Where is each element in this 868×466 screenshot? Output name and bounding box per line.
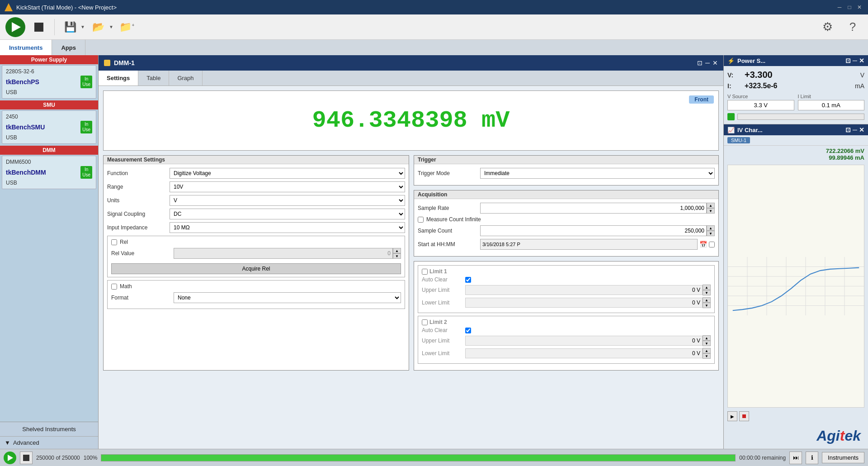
limit2-lower-input[interactable]: [465, 348, 703, 358]
limit2-section: Limit 2 Auto Clear Upper Limit: [418, 316, 715, 364]
signal-coupling-select[interactable]: DC AC: [170, 209, 405, 219]
iv-close-icon[interactable]: ✕: [859, 126, 864, 133]
limit1-lower-up[interactable]: ▲: [703, 297, 711, 303]
iv-panel-icons: ⊡ ─ ✕: [845, 126, 864, 133]
start-at-enable-checkbox[interactable]: [709, 242, 715, 247]
rel-value-input[interactable]: [174, 248, 393, 259]
sample-count-down[interactable]: ▼: [707, 231, 715, 236]
function-select[interactable]: Digitize Voltage Digitize Current DC Vol…: [170, 168, 405, 179]
sample-count-up[interactable]: ▲: [707, 225, 715, 231]
input-impedance-row: Input Impedance 10 MΩ Auto: [107, 222, 405, 233]
iv-stop-icon: [742, 414, 746, 418]
measurement-value: 946.3348398 mV: [111, 98, 711, 143]
status-info-button[interactable]: ℹ: [806, 452, 818, 464]
settings-button[interactable]: ⚙: [817, 17, 837, 37]
iv-play-button[interactable]: ▶: [727, 411, 737, 421]
sample-rate-input[interactable]: [480, 203, 707, 214]
save-dropdown-arrow[interactable]: ▼: [80, 24, 85, 29]
tab-graph[interactable]: Graph: [169, 71, 202, 86]
limit2-upper-input[interactable]: [465, 336, 703, 346]
tab-settings[interactable]: Settings: [99, 71, 138, 86]
range-select[interactable]: 10V 100V 1000V Auto: [170, 181, 405, 192]
sample-rate-up[interactable]: ▲: [707, 203, 715, 208]
limit2-enable-checkbox[interactable]: [422, 319, 428, 325]
minimize-panel-icon[interactable]: ─: [705, 59, 710, 67]
limit1-autoclear-checkbox[interactable]: [465, 277, 471, 283]
save-group: 💾 ▼: [60, 17, 85, 37]
limit2-lower-up[interactable]: ▲: [703, 348, 711, 353]
dmm-in-use-badge: InUse: [80, 166, 92, 179]
shelved-instruments-button[interactable]: Shelved Instruments: [0, 422, 98, 436]
math-checkbox[interactable]: [111, 284, 117, 290]
iv-expand-icon[interactable]: ⊡: [845, 126, 851, 133]
dmm-card[interactable]: DMM6500 tkBenchDMM InUse USB: [2, 156, 96, 189]
limit1-upper-down[interactable]: ▼: [703, 290, 711, 295]
limit1-lower-down[interactable]: ▼: [703, 303, 711, 308]
i-limit-input[interactable]: [798, 100, 865, 110]
signal-coupling-row: Signal Coupling DC AC: [107, 209, 405, 219]
math-section: Math Format None Mean Min/Max: [107, 280, 405, 309]
rel-value-up[interactable]: ▲: [393, 248, 401, 253]
status-play-button[interactable]: [4, 452, 16, 464]
sample-count-input[interactable]: [480, 225, 707, 236]
ps-name-row: tkBenchPS InUse: [6, 76, 92, 88]
tab-table[interactable]: Table: [138, 71, 169, 86]
open-button[interactable]: 📂: [89, 17, 108, 37]
iv-stop-button[interactable]: [739, 411, 749, 421]
start-at-input[interactable]: [480, 239, 698, 250]
maximize-button[interactable]: □: [845, 3, 854, 11]
measure-count-infinite-checkbox[interactable]: [418, 217, 424, 223]
stop-button[interactable]: [29, 17, 49, 37]
iv-icon: 📈: [727, 127, 735, 133]
status-stop-button[interactable]: [20, 452, 33, 464]
sample-rate-down[interactable]: ▼: [707, 208, 715, 214]
save-button[interactable]: 💾: [60, 17, 80, 37]
instruments-panel-button[interactable]: Instruments: [822, 452, 864, 463]
tab-instruments[interactable]: Instruments: [0, 40, 52, 55]
expand-icon[interactable]: ⊡: [697, 59, 703, 67]
calendar-icon[interactable]: 📅: [699, 241, 707, 248]
acquire-rel-button[interactable]: Acquire Rel: [111, 263, 401, 274]
dmm-tabs: Settings Table Graph: [99, 71, 723, 86]
trigger-mode-select[interactable]: Immediate External Bus: [480, 168, 715, 179]
window-controls: ─ □ ✕: [835, 3, 863, 11]
format-select[interactable]: None Mean Min/Max: [174, 292, 401, 303]
title-bar: KickStart (Trial Mode) - <New Project> ─…: [0, 0, 868, 14]
iv-chart-svg: [728, 165, 864, 407]
limit1-upper-row: Upper Limit ▲ ▼: [422, 285, 711, 295]
limit2-autoclear-checkbox[interactable]: [465, 328, 471, 333]
ps-expand-icon[interactable]: ⊡: [845, 57, 851, 64]
iv-minimize-icon[interactable]: ─: [853, 126, 857, 133]
rel-value-down[interactable]: ▼: [393, 253, 401, 259]
units-select[interactable]: V mV: [170, 195, 405, 206]
rel-checkbox[interactable]: [111, 239, 117, 245]
close-panel-icon[interactable]: ✕: [712, 59, 718, 67]
limit1-lower-input[interactable]: [465, 298, 703, 308]
limit2-upper-down[interactable]: ▼: [703, 341, 711, 346]
ps-minimize-icon[interactable]: ─: [853, 57, 857, 64]
main-layout: Power Supply 2280S-32-6 tkBenchPS InUse …: [0, 55, 868, 449]
smu-header: SMU: [0, 100, 98, 109]
input-impedance-select[interactable]: 10 MΩ Auto: [170, 222, 405, 233]
minimize-button[interactable]: ─: [835, 3, 844, 11]
iv-panel-header: 📈 IV Char... ⊡ ─ ✕: [724, 124, 868, 135]
power-supply-card[interactable]: 2280S-32-6 tkBenchPS InUse USB: [2, 65, 96, 99]
advanced-button[interactable]: ▼ Advanced: [0, 436, 98, 449]
limit1-upper-input[interactable]: [465, 285, 703, 295]
ps-connection: USB: [6, 89, 92, 95]
v-source-input[interactable]: [727, 100, 794, 110]
open-dropdown-arrow[interactable]: ▼: [109, 24, 113, 29]
limit1-upper-up[interactable]: ▲: [703, 285, 711, 290]
help-button[interactable]: ?: [843, 17, 863, 37]
new-button[interactable]: 📁 +: [117, 17, 137, 37]
run-button[interactable]: [5, 17, 25, 37]
smu-card[interactable]: 2450 tkBenchSMU InUse USB: [2, 110, 96, 144]
toolbar-separator-1: [54, 19, 55, 35]
ps-close-icon[interactable]: ✕: [859, 57, 864, 64]
limit2-lower-down[interactable]: ▼: [703, 353, 711, 359]
limit2-upper-up[interactable]: ▲: [703, 335, 711, 341]
tab-apps[interactable]: Apps: [52, 40, 85, 55]
limit1-enable-checkbox[interactable]: [422, 269, 428, 275]
status-skip-button[interactable]: ⏭: [789, 452, 802, 464]
close-button[interactable]: ✕: [855, 3, 863, 11]
